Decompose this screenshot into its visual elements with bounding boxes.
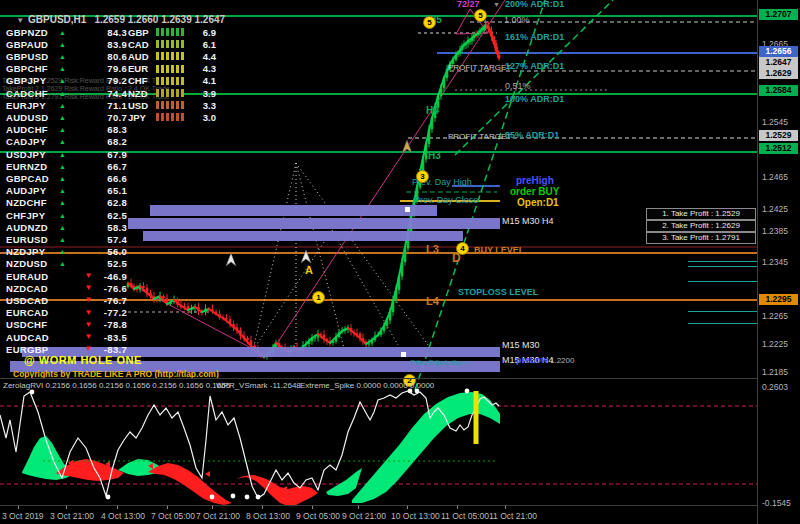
pennant-line bbox=[456, 9, 470, 34]
price-scale[interactable]: 1.27071.26651.26561.26471.26291.25841.25… bbox=[757, 0, 800, 524]
arrow-marker-icon bbox=[301, 250, 311, 263]
rvi-cloud bbox=[326, 468, 362, 496]
strength-value: -76.7 bbox=[104, 295, 127, 306]
strength-row-CAD: CAD6.1 bbox=[128, 38, 220, 50]
strength-gauge bbox=[69, 248, 95, 256]
adr-200-label: 200% ADR:D1 bbox=[505, 0, 564, 9]
pair-symbol: EURJPY bbox=[6, 100, 56, 111]
time-tick bbox=[66, 506, 67, 509]
time-tick bbox=[505, 506, 506, 509]
dotted-pattern-line bbox=[253, 163, 296, 350]
time-axis-label: 9 Oct 05:00 bbox=[296, 511, 340, 521]
time-tick bbox=[457, 506, 458, 509]
yellow-signal-bar bbox=[474, 391, 479, 444]
dotted-pattern-line bbox=[253, 230, 332, 350]
watchlist-row-EURNZD: EURNZD▲66.7 bbox=[6, 160, 127, 172]
arrow-marker-icon bbox=[226, 253, 236, 266]
pair-symbol: AUDCAD bbox=[6, 332, 56, 343]
strength-gauge bbox=[69, 199, 95, 207]
strength-row-CHF: CHF4.1 bbox=[128, 75, 220, 87]
strength-value: 79.2 bbox=[107, 75, 127, 86]
currency-value: 4.4 bbox=[203, 51, 216, 62]
strength-gauge bbox=[69, 101, 95, 109]
currency-code: USD bbox=[128, 100, 156, 111]
strength-value: 67.9 bbox=[107, 149, 127, 160]
strength-gauge bbox=[69, 235, 95, 243]
time-axis-label: 3 Oct 2019 bbox=[2, 511, 44, 521]
band-label-mid: M15 M30 bbox=[502, 341, 540, 350]
pair-symbol: GBPAUD bbox=[6, 39, 56, 50]
currency-gauge bbox=[156, 77, 184, 85]
symbol-period-label: GBPUSD,H1 bbox=[28, 14, 86, 25]
time-axis-label: 8 Oct 13:00 bbox=[246, 511, 290, 521]
time-axis-label: 3 Oct 21:00 bbox=[50, 511, 94, 521]
down-arrow-icon: ▼ bbox=[82, 333, 95, 341]
strength-row-JPY: JPY3.0 bbox=[128, 111, 220, 123]
candle-body bbox=[136, 289, 139, 290]
a-marker-label: A bbox=[305, 265, 313, 276]
currency-value: 3.0 bbox=[203, 112, 216, 123]
panel-separator bbox=[688, 311, 757, 312]
price-scale-label: 1.2295 bbox=[759, 294, 798, 305]
strength-value: 70.7 bbox=[107, 112, 127, 123]
down-arrow-icon: ▼ bbox=[82, 284, 95, 292]
pair-symbol: GBPUSD bbox=[6, 51, 56, 62]
time-tick bbox=[167, 506, 168, 509]
l4-label: L4 bbox=[426, 296, 439, 307]
pair-symbol: CADJPY bbox=[6, 136, 56, 147]
zerolag-rvi-title: ZerolagRVI 0.2156 0.1656 0.2156 0.1656 0… bbox=[3, 381, 230, 390]
l3-label: L3 bbox=[426, 244, 439, 255]
numbered-marker-1: 1 bbox=[312, 291, 325, 304]
price-scale-label: 1.2584 bbox=[759, 85, 798, 96]
watchlist-row-USDJPY: USDJPY▲67.9 bbox=[6, 148, 127, 160]
price-scale-label: 1.2345 bbox=[762, 258, 788, 267]
watchlist-row-EURJPY: EURJPY▲71.1 bbox=[6, 99, 127, 111]
strength-value: -76.6 bbox=[104, 283, 127, 294]
strength-row-EUR: EUR4.3 bbox=[128, 63, 220, 75]
prev-day-open-label: Prev Day Open bbox=[416, 359, 471, 367]
currency-value: 3.9 bbox=[203, 88, 216, 99]
subwindow-separator[interactable] bbox=[0, 378, 757, 379]
strength-value: 74.4 bbox=[107, 88, 127, 99]
spike-tick bbox=[205, 471, 210, 477]
up-arrow-icon: ▲ bbox=[56, 151, 69, 158]
watchlist-row-NZDCAD: NZDCAD▼-76.6 bbox=[6, 282, 127, 294]
candle-body bbox=[156, 299, 159, 300]
selection-handle bbox=[405, 207, 410, 212]
strength-value: 62.5 bbox=[107, 210, 127, 221]
watchlist-row-USDCAD: USDCAD▼-76.7 bbox=[6, 294, 127, 306]
strength-gauge bbox=[69, 89, 95, 97]
ma-line bbox=[342, 328, 348, 331]
pair-symbol: NZDJPY bbox=[6, 246, 56, 257]
strength-gauge bbox=[69, 52, 95, 60]
take-profit-row: 3. Take Profit : 1.2791 bbox=[646, 232, 756, 244]
time-axis[interactable]: 3 Oct 20193 Oct 21:004 Oct 13:007 Oct 05… bbox=[0, 505, 757, 524]
timeframe-band bbox=[150, 205, 437, 216]
strength-gauge bbox=[69, 174, 95, 182]
time-tick bbox=[262, 506, 263, 509]
strength-gauge bbox=[56, 309, 82, 317]
chart-dropdown-icon[interactable]: ▼ bbox=[16, 16, 24, 25]
price-scale-label: 1.2185 bbox=[762, 368, 788, 377]
strength-value: 71.1 bbox=[107, 100, 127, 111]
time-tick bbox=[312, 506, 313, 509]
price-scale-label: 1.2545 bbox=[762, 118, 788, 127]
watchlist-row-NZDJPY: NZDJPY▲56.0 bbox=[6, 246, 127, 258]
strength-gauge bbox=[56, 321, 82, 329]
time-axis-label: 4 Oct 13:00 bbox=[101, 511, 145, 521]
pair-symbol: NZDUSD bbox=[6, 258, 56, 269]
strength-gauge bbox=[69, 150, 95, 158]
strength-gauge bbox=[56, 272, 82, 280]
price-scale-label: 1.2265 bbox=[762, 312, 788, 321]
up-arrow-icon: ▲ bbox=[56, 53, 69, 60]
up-arrow-icon: ▲ bbox=[56, 187, 69, 194]
prelow-price-label: 1.2200 bbox=[550, 357, 574, 365]
chevron-down-icon: ▼ bbox=[493, 1, 500, 8]
adr-85-label: 85% ADR:D1 bbox=[505, 131, 559, 140]
pair-symbol: EURCAD bbox=[6, 307, 56, 318]
numbered-marker-4: 4 bbox=[456, 242, 469, 255]
panel-separator bbox=[688, 261, 757, 262]
open-d1-label: Open:D1 bbox=[517, 198, 559, 208]
strength-gauge bbox=[69, 40, 95, 48]
up-arrow-icon: ▲ bbox=[56, 199, 69, 206]
